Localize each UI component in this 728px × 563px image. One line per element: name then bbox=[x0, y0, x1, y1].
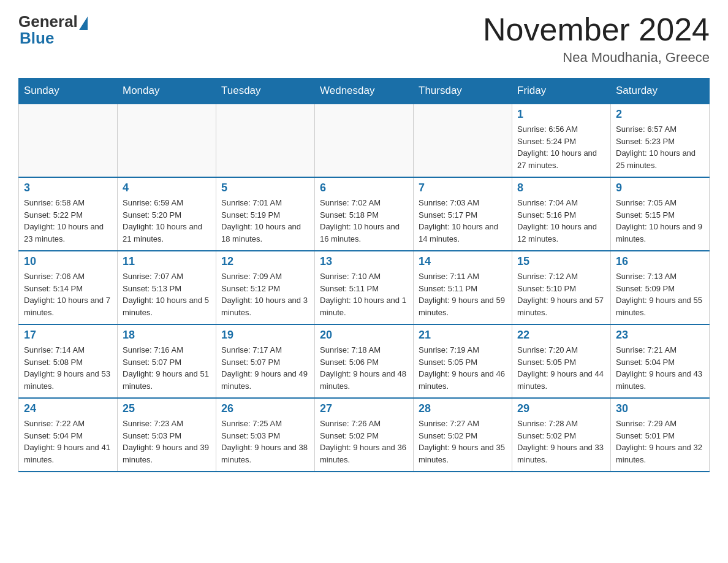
calendar-cell: 27Sunrise: 7:26 AM Sunset: 5:02 PM Dayli… bbox=[315, 398, 414, 472]
calendar-cell: 10Sunrise: 7:06 AM Sunset: 5:14 PM Dayli… bbox=[19, 251, 118, 324]
day-number: 7 bbox=[419, 182, 507, 194]
month-year-title: November 2024 bbox=[483, 12, 710, 47]
day-sun-info: Sunrise: 7:07 AM Sunset: 5:13 PM Dayligh… bbox=[123, 270, 211, 318]
day-of-week-header: Saturday bbox=[611, 79, 710, 104]
calendar-cell: 4Sunrise: 6:59 AM Sunset: 5:20 PM Daylig… bbox=[118, 177, 216, 251]
day-sun-info: Sunrise: 7:27 AM Sunset: 5:02 PM Dayligh… bbox=[419, 418, 507, 465]
day-sun-info: Sunrise: 7:01 AM Sunset: 5:19 PM Dayligh… bbox=[221, 197, 309, 245]
calendar-cell bbox=[315, 104, 414, 177]
calendar-cell: 1Sunrise: 6:56 AM Sunset: 5:24 PM Daylig… bbox=[512, 104, 611, 177]
day-number: 29 bbox=[517, 402, 605, 415]
day-number: 30 bbox=[616, 402, 704, 415]
calendar-cell: 11Sunrise: 7:07 AM Sunset: 5:13 PM Dayli… bbox=[118, 251, 216, 324]
day-sun-info: Sunrise: 6:56 AM Sunset: 5:24 PM Dayligh… bbox=[517, 123, 605, 171]
calendar-cell: 9Sunrise: 7:05 AM Sunset: 5:15 PM Daylig… bbox=[611, 177, 710, 251]
day-sun-info: Sunrise: 7:25 AM Sunset: 5:03 PM Dayligh… bbox=[221, 418, 309, 465]
day-sun-info: Sunrise: 6:57 AM Sunset: 5:23 PM Dayligh… bbox=[616, 123, 704, 171]
day-number: 19 bbox=[221, 329, 309, 342]
day-of-week-header: Monday bbox=[118, 79, 216, 104]
day-sun-info: Sunrise: 7:10 AM Sunset: 5:11 PM Dayligh… bbox=[320, 270, 408, 318]
day-sun-info: Sunrise: 6:59 AM Sunset: 5:20 PM Dayligh… bbox=[123, 197, 211, 245]
day-of-week-header: Friday bbox=[512, 79, 611, 104]
calendar-table: SundayMondayTuesdayWednesdayThursdayFrid… bbox=[18, 78, 710, 472]
day-of-week-header: Thursday bbox=[414, 79, 512, 104]
calendar-cell: 26Sunrise: 7:25 AM Sunset: 5:03 PM Dayli… bbox=[216, 398, 315, 472]
day-number: 28 bbox=[419, 402, 507, 415]
calendar-header-row: SundayMondayTuesdayWednesdayThursdayFrid… bbox=[19, 79, 710, 104]
calendar-cell: 17Sunrise: 7:14 AM Sunset: 5:08 PM Dayli… bbox=[19, 324, 118, 398]
calendar-week-row: 1Sunrise: 6:56 AM Sunset: 5:24 PM Daylig… bbox=[19, 104, 710, 177]
calendar-cell: 7Sunrise: 7:03 AM Sunset: 5:17 PM Daylig… bbox=[414, 177, 512, 251]
day-number: 26 bbox=[221, 402, 309, 415]
day-sun-info: Sunrise: 7:12 AM Sunset: 5:10 PM Dayligh… bbox=[517, 270, 605, 318]
logo-triangle-icon bbox=[79, 17, 88, 30]
day-number: 22 bbox=[517, 329, 605, 342]
calendar-cell: 28Sunrise: 7:27 AM Sunset: 5:02 PM Dayli… bbox=[414, 398, 512, 472]
calendar-cell: 18Sunrise: 7:16 AM Sunset: 5:07 PM Dayli… bbox=[118, 324, 216, 398]
calendar-week-row: 3Sunrise: 6:58 AM Sunset: 5:22 PM Daylig… bbox=[19, 177, 710, 251]
day-sun-info: Sunrise: 7:05 AM Sunset: 5:15 PM Dayligh… bbox=[616, 197, 704, 245]
day-sun-info: Sunrise: 7:03 AM Sunset: 5:17 PM Dayligh… bbox=[419, 197, 507, 245]
calendar-cell bbox=[216, 104, 315, 177]
calendar-cell: 21Sunrise: 7:19 AM Sunset: 5:05 PM Dayli… bbox=[414, 324, 512, 398]
page-header: General Blue November 2024 Nea Moudhania… bbox=[18, 12, 710, 66]
calendar-cell: 29Sunrise: 7:28 AM Sunset: 5:02 PM Dayli… bbox=[512, 398, 611, 472]
day-sun-info: Sunrise: 7:14 AM Sunset: 5:08 PM Dayligh… bbox=[24, 344, 112, 392]
logo-blue-text: Blue bbox=[20, 29, 54, 48]
calendar-cell: 14Sunrise: 7:11 AM Sunset: 5:11 PM Dayli… bbox=[414, 251, 512, 324]
location-title: Nea Moudhania, Greece bbox=[483, 50, 710, 66]
calendar-cell: 16Sunrise: 7:13 AM Sunset: 5:09 PM Dayli… bbox=[611, 251, 710, 324]
day-number: 1 bbox=[517, 108, 605, 121]
day-number: 2 bbox=[616, 108, 704, 121]
day-sun-info: Sunrise: 7:29 AM Sunset: 5:01 PM Dayligh… bbox=[616, 418, 704, 465]
day-number: 10 bbox=[24, 255, 112, 268]
calendar-cell: 20Sunrise: 7:18 AM Sunset: 5:06 PM Dayli… bbox=[315, 324, 414, 398]
calendar-week-row: 24Sunrise: 7:22 AM Sunset: 5:04 PM Dayli… bbox=[19, 398, 710, 472]
calendar-cell: 23Sunrise: 7:21 AM Sunset: 5:04 PM Dayli… bbox=[611, 324, 710, 398]
day-number: 4 bbox=[123, 182, 211, 194]
calendar-cell: 2Sunrise: 6:57 AM Sunset: 5:23 PM Daylig… bbox=[611, 104, 710, 177]
day-sun-info: Sunrise: 7:11 AM Sunset: 5:11 PM Dayligh… bbox=[419, 270, 507, 318]
day-sun-info: Sunrise: 7:02 AM Sunset: 5:18 PM Dayligh… bbox=[320, 197, 408, 245]
day-number: 20 bbox=[320, 329, 408, 342]
calendar-cell: 6Sunrise: 7:02 AM Sunset: 5:18 PM Daylig… bbox=[315, 177, 414, 251]
day-sun-info: Sunrise: 7:26 AM Sunset: 5:02 PM Dayligh… bbox=[320, 418, 408, 465]
day-of-week-header: Wednesday bbox=[315, 79, 414, 104]
day-sun-info: Sunrise: 7:28 AM Sunset: 5:02 PM Dayligh… bbox=[517, 418, 605, 465]
calendar-cell: 12Sunrise: 7:09 AM Sunset: 5:12 PM Dayli… bbox=[216, 251, 315, 324]
day-sun-info: Sunrise: 7:16 AM Sunset: 5:07 PM Dayligh… bbox=[123, 344, 211, 392]
calendar-cell: 19Sunrise: 7:17 AM Sunset: 5:07 PM Dayli… bbox=[216, 324, 315, 398]
day-sun-info: Sunrise: 7:23 AM Sunset: 5:03 PM Dayligh… bbox=[123, 418, 211, 465]
day-number: 12 bbox=[221, 255, 309, 268]
day-sun-info: Sunrise: 6:58 AM Sunset: 5:22 PM Dayligh… bbox=[24, 197, 112, 245]
day-number: 14 bbox=[419, 255, 507, 268]
day-number: 16 bbox=[616, 255, 704, 268]
day-number: 6 bbox=[320, 182, 408, 194]
day-number: 5 bbox=[221, 182, 309, 194]
day-number: 21 bbox=[419, 329, 507, 342]
day-sun-info: Sunrise: 7:22 AM Sunset: 5:04 PM Dayligh… bbox=[24, 418, 112, 465]
day-sun-info: Sunrise: 7:19 AM Sunset: 5:05 PM Dayligh… bbox=[419, 344, 507, 392]
calendar-cell: 13Sunrise: 7:10 AM Sunset: 5:11 PM Dayli… bbox=[315, 251, 414, 324]
day-number: 17 bbox=[24, 329, 112, 342]
calendar-cell: 5Sunrise: 7:01 AM Sunset: 5:19 PM Daylig… bbox=[216, 177, 315, 251]
day-number: 11 bbox=[123, 255, 211, 268]
day-of-week-header: Tuesday bbox=[216, 79, 315, 104]
day-number: 13 bbox=[320, 255, 408, 268]
calendar-cell: 24Sunrise: 7:22 AM Sunset: 5:04 PM Dayli… bbox=[19, 398, 118, 472]
day-number: 9 bbox=[616, 182, 704, 194]
day-sun-info: Sunrise: 7:09 AM Sunset: 5:12 PM Dayligh… bbox=[221, 270, 309, 318]
day-number: 25 bbox=[123, 402, 211, 415]
calendar-cell bbox=[414, 104, 512, 177]
calendar-cell bbox=[19, 104, 118, 177]
day-sun-info: Sunrise: 7:18 AM Sunset: 5:06 PM Dayligh… bbox=[320, 344, 408, 392]
calendar-cell: 25Sunrise: 7:23 AM Sunset: 5:03 PM Dayli… bbox=[118, 398, 216, 472]
day-sun-info: Sunrise: 7:04 AM Sunset: 5:16 PM Dayligh… bbox=[517, 197, 605, 245]
calendar-week-row: 10Sunrise: 7:06 AM Sunset: 5:14 PM Dayli… bbox=[19, 251, 710, 324]
calendar-week-row: 17Sunrise: 7:14 AM Sunset: 5:08 PM Dayli… bbox=[19, 324, 710, 398]
day-number: 8 bbox=[517, 182, 605, 194]
day-number: 3 bbox=[24, 182, 112, 194]
calendar-cell bbox=[118, 104, 216, 177]
logo: General Blue bbox=[18, 12, 88, 48]
day-sun-info: Sunrise: 7:21 AM Sunset: 5:04 PM Dayligh… bbox=[616, 344, 704, 392]
